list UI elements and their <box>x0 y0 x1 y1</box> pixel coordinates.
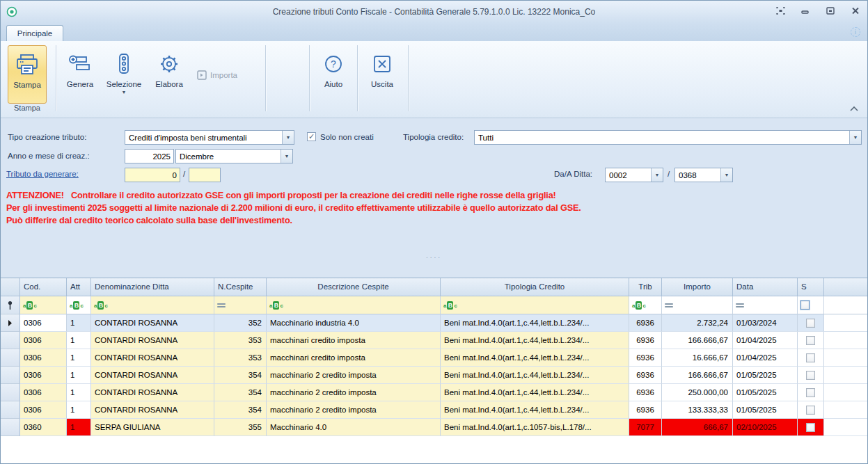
cell-trib[interactable]: 6936 <box>629 401 662 419</box>
genera-button[interactable]: Genera <box>61 45 100 104</box>
cell-trib[interactable]: 6936 <box>629 384 662 401</box>
row-select-checkbox[interactable] <box>806 371 815 380</box>
cell-data[interactable]: 01/05/2025 <box>733 367 798 384</box>
ribbon-collapse-icon[interactable] <box>849 105 859 112</box>
cell-descr[interactable]: macchinario 2 credito imposta <box>267 367 441 384</box>
filter-cell-ncespite[interactable] <box>214 296 267 314</box>
column-header-s[interactable]: S <box>798 278 824 296</box>
cell-importo[interactable]: 2.732,24 <box>662 314 733 332</box>
cell-ncespite[interactable]: 354 <box>214 401 267 419</box>
chevron-down-icon[interactable]: ▼ <box>849 131 861 144</box>
table-row[interactable]: 03061CONTARDI ROSANNA354macchinario 2 cr… <box>1 384 867 401</box>
cell-trib[interactable]: 6936 <box>629 367 662 384</box>
column-header-cod[interactable]: Cod. <box>20 278 67 296</box>
cell-s[interactable] <box>798 419 824 436</box>
column-header-att[interactable]: Att <box>67 278 91 296</box>
restore-button[interactable] <box>826 6 835 15</box>
cell-descr[interactable]: Macchinario industria 4.0 <box>267 314 441 332</box>
filter-cell-s[interactable] <box>798 296 824 314</box>
row-indicator[interactable] <box>1 419 20 436</box>
cell-cod[interactable]: 0306 <box>20 367 67 384</box>
cell-ditta[interactable]: CONTARDI ROSANNA <box>91 332 214 349</box>
cell-data[interactable]: 01/05/2025 <box>733 384 798 401</box>
selezione-button[interactable]: Selezione ▼ <box>102 45 145 104</box>
chevron-down-icon[interactable]: ▼ <box>720 168 732 182</box>
cell-importo[interactable]: 16.666,67 <box>662 349 733 367</box>
splitter-handle[interactable]: ∙∙∙∙ <box>1 253 867 261</box>
cell-att[interactable]: 1 <box>67 332 91 349</box>
cell-trib[interactable]: 6936 <box>629 314 662 332</box>
tab-principale[interactable]: Principale <box>6 25 63 41</box>
cell-descr[interactable]: Macchinario 4.0 <box>267 419 441 436</box>
cell-importo[interactable]: 666,67 <box>662 419 733 436</box>
cell-ncespite[interactable]: 353 <box>214 349 267 367</box>
filter-cell-ditta[interactable]: aBc <box>91 296 214 314</box>
cell-att[interactable]: 1 <box>67 314 91 332</box>
cell-tipologia[interactable]: Beni mat.Ind.4.0(art.1,c.44,lett.b.L.234… <box>441 384 629 401</box>
cell-att[interactable]: 1 <box>67 419 91 436</box>
table-row[interactable]: 03061CONTARDI ROSANNA354macchinario 2 cr… <box>1 367 867 384</box>
cell-tipologia[interactable]: Beni mat.Ind.4.0(art.1,c.44,lett.b.L.234… <box>441 349 629 367</box>
cell-s[interactable] <box>798 367 824 384</box>
row-indicator[interactable] <box>1 401 20 419</box>
cell-att[interactable]: 1 <box>67 349 91 367</box>
cell-cod[interactable]: 0360 <box>20 419 67 436</box>
cell-cod[interactable]: 0306 <box>20 332 67 349</box>
cell-cod[interactable]: 0306 <box>20 401 67 419</box>
close-button[interactable] <box>851 6 860 15</box>
cell-s[interactable] <box>798 349 824 367</box>
filter-cell-data[interactable] <box>733 296 798 314</box>
cell-tipologia[interactable]: Beni mat.Ind.4.0(art.1,c.1057-bis,L.178/… <box>441 419 629 436</box>
row-select-checkbox[interactable] <box>806 388 815 397</box>
cell-ditta[interactable]: SERPA GIULIANA <box>91 419 214 436</box>
cell-ditta[interactable]: CONTARDI ROSANNA <box>91 314 214 332</box>
column-header-ditta[interactable]: Denominazione Ditta <box>91 278 214 296</box>
cell-ncespite[interactable]: 354 <box>214 384 267 401</box>
cell-s[interactable] <box>798 401 824 419</box>
column-header-ncespite[interactable]: N.Cespite <box>214 278 267 296</box>
table-row[interactable]: 03061CONTARDI ROSANNA353macchinari credi… <box>1 332 867 349</box>
cell-tipologia[interactable]: Beni mat.Ind.4.0(art.1,c.44,lett.b.L.234… <box>441 401 629 419</box>
filter-cell-descr[interactable]: aBc <box>267 296 441 314</box>
cell-ditta[interactable]: CONTARDI ROSANNA <box>91 384 214 401</box>
cell-att[interactable]: 1 <box>67 401 91 419</box>
filter-cell-att[interactable]: aBc <box>67 296 91 314</box>
tributo-input[interactable] <box>125 168 180 182</box>
column-header-importo[interactable]: Importo <box>662 278 733 296</box>
cell-data[interactable]: 02/10/2025 <box>733 419 798 436</box>
row-select-checkbox[interactable] <box>806 423 815 432</box>
cell-ncespite[interactable]: 352 <box>214 314 267 332</box>
table-row[interactable]: 03061CONTARDI ROSANNA352Macchinario indu… <box>1 314 867 332</box>
cell-ncespite[interactable]: 355 <box>214 419 267 436</box>
cell-ncespite[interactable]: 354 <box>214 367 267 384</box>
column-header-descr[interactable]: Descrizione Cespite <box>267 278 441 296</box>
cell-s[interactable] <box>798 384 824 401</box>
filter-checkbox[interactable] <box>800 301 810 310</box>
table-row[interactable]: 03601SERPA GIULIANA355Macchinario 4.0Ben… <box>1 419 867 436</box>
chevron-down-icon[interactable]: ▼ <box>651 168 663 182</box>
cell-tipologia[interactable]: Beni mat.Ind.4.0(art.1,c.44,lett.b.L.234… <box>441 314 629 332</box>
cell-att[interactable]: 1 <box>67 384 91 401</box>
cell-importo[interactable]: 166.666,67 <box>662 367 733 384</box>
anno-input[interactable] <box>125 149 174 163</box>
cell-cod[interactable]: 0306 <box>20 314 67 332</box>
cell-descr[interactable]: macchinario 2 credito imposta <box>267 384 441 401</box>
cell-s[interactable] <box>798 332 824 349</box>
chevron-down-icon[interactable]: ▼ <box>282 131 294 144</box>
cell-cod[interactable]: 0306 <box>20 349 67 367</box>
row-select-checkbox[interactable] <box>806 406 815 415</box>
column-header-tipologia[interactable]: Tipologia Credito <box>441 278 629 296</box>
cell-data[interactable]: 01/03/2024 <box>733 314 798 332</box>
cell-att[interactable]: 1 <box>67 367 91 384</box>
cell-descr[interactable]: macchinari credito imposta <box>267 349 441 367</box>
aiuto-button[interactable]: ? Aiuto <box>314 45 353 104</box>
elabora-button[interactable]: Elabora <box>150 45 189 104</box>
cell-tipologia[interactable]: Beni mat.Ind.4.0(art.1,c.44,lett.b.L.234… <box>441 367 629 384</box>
cell-ditta[interactable]: CONTARDI ROSANNA <box>91 349 214 367</box>
cell-importo[interactable]: 166.666,67 <box>662 332 733 349</box>
row-indicator[interactable] <box>1 332 20 349</box>
tipologia-credito-combo[interactable]: Tutti ▼ <box>474 130 862 145</box>
cell-importo[interactable]: 250.000,00 <box>662 384 733 401</box>
table-row[interactable]: 03061CONTARDI ROSANNA353macchinari credi… <box>1 349 867 367</box>
solo-non-creati-checkbox[interactable]: ✓ <box>307 132 316 141</box>
